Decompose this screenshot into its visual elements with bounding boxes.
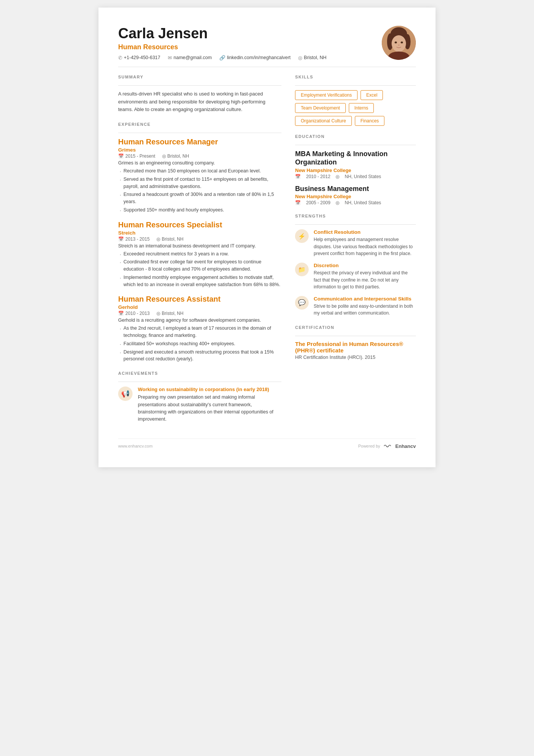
job-period-3: 📅 2010 - 2013 [118,311,150,316]
right-column: SKILLS Employment Verifications Excel Te… [295,75,416,423]
achievement-desc-1: Preparing my own presentation set and ma… [138,394,281,423]
education-section: EDUCATION MBA Marketing & Innovation Org… [295,134,416,206]
experience-divider [118,133,281,133]
email-icon: ✉ [168,55,172,61]
strength-content-3: Communication and Interpersonal Skills S… [314,296,416,317]
location-icon-2: ◎ [156,236,160,242]
skills-divider [295,85,416,86]
achievements-section: ACHIEVEMENTS 📢 Working on sustainability… [118,371,281,423]
enhancv-brand-name: Enhancv [395,443,416,449]
achievement-title-1: Working on sustainability in corporation… [138,387,281,392]
certification-title: The Professional in Human Resources® (PH… [295,341,416,354]
education-label: EDUCATION [295,134,416,139]
job-item-2: Human Resources Specialist Streich 📅 201… [118,221,281,288]
left-column: SUMMARY A results-driven HR specialist w… [118,75,281,423]
job-company-1: Grimes [118,147,281,153]
footer-brand: Powered by Enhancv [358,443,416,449]
job-meta-1: 📅 2015 - Present ◎ Bristol, NH [118,153,281,159]
certification-label: CERTIFICATION [295,325,416,330]
skills-grid: Employment Verifications Excel Team Deve… [295,90,416,126]
svg-point-7 [401,42,403,44]
job-bullets-3: As the 2nd recruit, I employed a team of… [118,325,281,363]
avatar-svg [382,26,416,60]
edu-item-2: Business Management New Hampshire Colleg… [295,185,416,206]
avatar-image [382,26,416,60]
edu-calendar-icon-2: 📅 [295,200,301,205]
achievement-item-1: 📢 Working on sustainability in corporati… [118,387,281,423]
linkedin-icon: 🔗 [219,55,225,61]
svg-point-5 [392,35,406,52]
summary-divider [118,85,281,86]
experience-label: EXPERIENCE [118,122,281,127]
job-title-3: Human Resources Assistant [118,295,281,304]
edu-meta-1: 📅 2010 - 2012 ◎ NH, United States [295,174,416,179]
summary-label: SUMMARY [118,75,281,79]
candidate-name: Carla Jensen [118,26,326,42]
header-section: Carla Jensen Human Resources ✆ +1-429-45… [118,26,416,61]
edu-location-icon-1: ◎ [336,174,339,179]
candidate-profession: Human Resources [118,43,326,51]
skill-tag-3: Team Development [295,103,345,113]
edu-location-2: NH, United States [345,200,381,205]
job-location-3: ◎ Bristol, NH [156,311,183,316]
enhancv-logo-icon [383,443,393,449]
job-desc-3: Gerhold is a recruiting agency for softw… [118,318,281,323]
edu-degree-1: MBA Marketing & Innovation Organization [295,150,416,167]
strength-title-2: Discretion [314,263,416,268]
job-period-2: 📅 2013 - 2015 [118,236,150,242]
bullet-2-2: Coordinated first ever college fair even… [118,258,281,273]
skill-tag-2: Excel [361,90,383,100]
edu-period-2: 2005 - 2009 [306,200,330,205]
edu-school-2: New Hampshire College [295,194,416,199]
svg-point-6 [395,42,397,44]
job-title-2: Human Resources Specialist [118,221,281,229]
job-company-2: Streich [118,230,281,236]
location-icon-1: ◎ [162,153,166,159]
achievement-icon-1: 📢 [118,387,133,401]
bullet-3-1: As the 2nd recruit, I employed a team of… [118,325,281,339]
contact-row: ✆ +1-429-450-6317 ✉ name@gmail.com 🔗 lin… [118,55,326,61]
footer: www.enhancv.com Powered by Enhancv [118,438,416,449]
skills-label: SKILLS [295,75,416,79]
skill-tag-5: Organizational Culture [295,116,351,126]
strength-icon-3: 💬 [295,296,309,310]
job-bullets-2: Exceeded recruitment metrics for 3 years… [118,250,281,288]
strength-icon-1: ⚡ [295,229,309,243]
bullet-2-3: Implemented monthly employee engagement … [118,274,281,288]
achievement-content-1: Working on sustainability in corporation… [138,387,281,423]
strengths-label: STRENGTHS [295,214,416,218]
skill-tag-4: Interns [349,103,374,113]
job-item-1: Human Resources Manager Grimes 📅 2015 - … [118,138,281,214]
strength-item-2: 📁 Discretion Respect the privacy of ever… [295,263,416,291]
email-value: name@gmail.com [173,55,212,60]
calendar-icon-1: 📅 [118,153,124,159]
contact-location: ◎ Bristol, NH [298,55,326,61]
skills-section: SKILLS Employment Verifications Excel Te… [295,75,416,126]
edu-location-icon-2: ◎ [336,200,339,205]
calendar-icon-3: 📅 [118,311,124,316]
certification-issuer: HR Certification Institute (HRCI). 2015 [295,355,416,360]
contact-phone: ✆ +1-429-450-6317 [118,55,160,61]
skill-tag-1: Employment Verifications [295,90,358,100]
bullet-3-3: Designed and executed a smooth restructu… [118,349,281,363]
job-location-1: ◎ Bristol, NH [162,153,189,159]
bullet-2-1: Exceeded recruitment metrics for 3 years… [118,250,281,258]
strength-title-3: Communication and Interpersonal Skills [314,296,416,302]
summary-section: SUMMARY A results-driven HR specialist w… [118,75,281,114]
location-icon: ◎ [298,55,302,61]
header-divider [118,67,416,67]
bullet-1-1: Recruited more than 150 employees on loc… [118,167,281,175]
job-company-3: Gerhold [118,304,281,310]
contact-linkedin: 🔗 linkedin.com/in/meghancalvert [219,55,290,61]
bullet-1-2: Served as the first point of contact to … [118,176,281,190]
edu-meta-2: 📅 2005 - 2009 ◎ NH, United States [295,200,416,205]
strength-icon-2: 📁 [295,263,309,276]
job-period-1: 📅 2015 - Present [118,153,155,159]
job-location-2: ◎ Bristol, NH [156,236,183,242]
achievements-label: ACHIEVEMENTS [118,371,281,376]
strength-item-3: 💬 Communication and Interpersonal Skills… [295,296,416,317]
location-icon-3: ◎ [156,311,160,316]
summary-text: A results-driven HR specialist who is us… [118,90,281,114]
edu-location-1: NH, United States [345,174,381,179]
experience-section: EXPERIENCE Human Resources Manager Grime… [118,122,281,363]
